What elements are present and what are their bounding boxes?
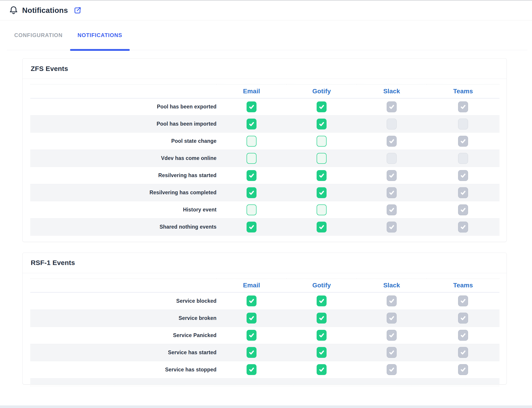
gotify-checkbox[interactable] xyxy=(317,330,326,341)
label-column-header xyxy=(30,85,216,98)
email-checkbox[interactable] xyxy=(247,347,257,358)
gotify-checkbox[interactable] xyxy=(317,136,326,147)
gotify-checkbox[interactable] xyxy=(317,313,326,323)
email-checkbox[interactable] xyxy=(247,136,257,147)
bell-icon xyxy=(9,5,18,15)
slack-checkbox xyxy=(387,347,397,358)
cell-email xyxy=(216,98,287,115)
email-checkbox[interactable] xyxy=(247,313,257,323)
gotify-checkbox[interactable] xyxy=(317,102,326,112)
checkmark-icon xyxy=(388,172,395,179)
gotify-checkbox[interactable] xyxy=(317,347,326,358)
teams-checkbox xyxy=(458,330,468,341)
cell-slack xyxy=(357,361,427,378)
cell-slack xyxy=(357,115,427,133)
checkmark-icon xyxy=(248,121,255,127)
gotify-checkbox[interactable] xyxy=(317,222,326,232)
email-checkbox[interactable] xyxy=(247,364,257,375)
tab-notifications[interactable]: NOTIFICATIONS xyxy=(70,20,130,50)
event-row-label: Service has stopped xyxy=(30,361,216,378)
table-row: History event xyxy=(30,201,499,219)
table-row: Service has stopped xyxy=(30,361,499,378)
events-card-rsf-1-events: RSF-1 Events EmailGotifySlackTeams Servi… xyxy=(22,253,507,385)
email-checkbox[interactable] xyxy=(247,153,257,164)
checkmark-icon xyxy=(460,207,466,213)
gotify-checkbox[interactable] xyxy=(317,119,326,129)
column-header-gotify: Gotify xyxy=(287,279,357,292)
gotify-checkbox[interactable] xyxy=(317,204,326,215)
cell-email xyxy=(216,115,287,133)
top-bar: Notifications xyxy=(0,1,532,20)
cell-email xyxy=(216,344,287,361)
cell-email xyxy=(216,167,287,184)
checkmark-icon xyxy=(388,224,395,230)
teams-checkbox xyxy=(458,187,468,198)
email-checkbox[interactable] xyxy=(247,222,257,232)
table-row: Resilvering has started xyxy=(30,167,499,184)
email-checkbox[interactable] xyxy=(247,187,257,198)
column-header-email: Email xyxy=(216,279,287,292)
cell-teams xyxy=(427,98,499,115)
table-row: Service broken xyxy=(30,309,499,327)
slack-checkbox xyxy=(387,119,397,129)
slack-checkbox xyxy=(387,204,397,215)
teams-checkbox xyxy=(458,170,468,181)
cell-gotify xyxy=(287,115,357,133)
gotify-checkbox[interactable] xyxy=(317,153,326,164)
events-table: EmailGotifySlackTeams Service blockedSer… xyxy=(30,279,499,384)
checkmark-icon xyxy=(318,332,325,338)
teams-checkbox xyxy=(458,136,468,147)
event-row-label: Resilvering has started xyxy=(30,167,216,184)
main-content: ZFS Events EmailGotifySlackTeams Pool ha… xyxy=(22,58,507,386)
teams-checkbox xyxy=(458,222,468,232)
table-spacer-row xyxy=(30,236,499,242)
checkmark-icon xyxy=(388,189,395,196)
cell-slack xyxy=(357,201,427,219)
card-header: RSF-1 Events xyxy=(23,253,506,273)
checkmark-icon xyxy=(460,298,466,304)
gotify-checkbox[interactable] xyxy=(317,296,326,306)
event-row-label: Vdev has come online xyxy=(30,150,216,167)
event-row-label: Service has started xyxy=(30,344,216,361)
checkmark-icon xyxy=(318,224,325,230)
checkmark-icon xyxy=(248,332,255,338)
event-row-label: Pool has been exported xyxy=(30,98,216,115)
checkmark-icon xyxy=(460,315,466,321)
table-row: Resilvering has completed xyxy=(30,184,499,201)
gotify-checkbox[interactable] xyxy=(317,170,326,181)
teams-checkbox xyxy=(458,204,468,215)
cell-gotify xyxy=(287,219,357,236)
label-column-header xyxy=(30,279,216,292)
checkmark-icon xyxy=(388,298,395,304)
checkmark-icon xyxy=(248,172,255,179)
events-card-zfs-events: ZFS Events EmailGotifySlackTeams Pool ha… xyxy=(22,58,507,242)
cell-teams xyxy=(427,133,499,150)
email-checkbox[interactable] xyxy=(247,102,257,112)
cell-slack xyxy=(357,327,427,344)
checkmark-icon xyxy=(318,366,325,373)
cell-gotify xyxy=(287,309,357,327)
email-checkbox[interactable] xyxy=(247,204,257,215)
event-row-label: Service broken xyxy=(30,309,216,327)
gotify-checkbox[interactable] xyxy=(317,364,326,375)
column-header-teams: Teams xyxy=(427,85,499,98)
cell-email xyxy=(216,292,287,309)
gotify-checkbox[interactable] xyxy=(317,187,326,198)
page-bottom-strip xyxy=(0,406,532,408)
email-checkbox[interactable] xyxy=(247,170,257,181)
checkmark-icon xyxy=(248,224,255,230)
page-title: Notifications xyxy=(22,6,68,15)
cell-gotify xyxy=(287,133,357,150)
checkmark-icon xyxy=(318,298,325,304)
checkmark-icon xyxy=(388,349,395,356)
teams-checkbox xyxy=(458,296,468,306)
email-checkbox[interactable] xyxy=(247,330,257,341)
card-header: ZFS Events xyxy=(23,59,506,79)
tab-configuration-label: CONFIGURATION xyxy=(14,32,63,38)
cell-slack xyxy=(357,219,427,236)
email-checkbox[interactable] xyxy=(247,119,257,129)
email-checkbox[interactable] xyxy=(247,296,257,306)
tab-configuration[interactable]: CONFIGURATION xyxy=(7,20,70,50)
external-link-icon[interactable] xyxy=(73,6,82,15)
checkmark-icon xyxy=(318,315,325,321)
